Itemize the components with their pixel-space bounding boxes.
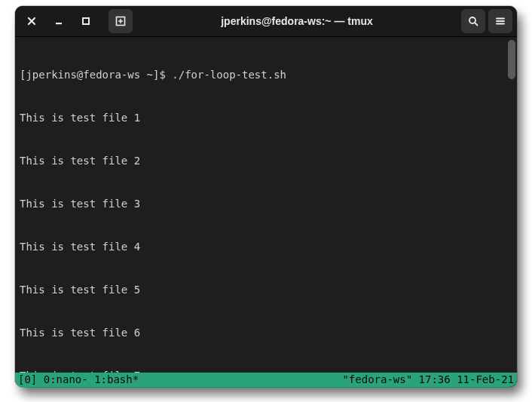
minimize-icon [54, 17, 63, 26]
maximize-icon [81, 17, 90, 26]
new-tab-button[interactable] [109, 9, 133, 33]
tmux-status-right: "fedora-ws" 17:36 11-Feb-21 [342, 373, 514, 387]
search-icon [468, 16, 478, 26]
close-icon [27, 17, 36, 26]
minimize-button[interactable] [47, 9, 71, 33]
hamburger-icon [495, 16, 506, 26]
terminal-line: This is test file 5 [20, 283, 512, 297]
menu-button[interactable] [488, 9, 512, 33]
shell-prompt: [jperkins@fedora-ws ~]$ [20, 69, 172, 81]
tmux-status-bar: [0] 0:nano- 1:bash* "fedora-ws" 17:36 11… [15, 373, 517, 387]
terminal-line: This is test file 3 [20, 197, 512, 211]
new-tab-icon [115, 16, 126, 26]
shell-command: ./for-loop-test.sh [172, 69, 286, 81]
terminal-line: [jperkins@fedora-ws ~]$ ./for-loop-test.… [20, 68, 512, 82]
terminal-line: This is test file 1 [20, 111, 512, 125]
svg-rect-0 [56, 23, 62, 24]
terminal-line: This is test file 2 [20, 154, 512, 168]
tmux-status-left: [0] 0:nano- 1:bash* [18, 373, 342, 387]
svg-rect-1 [83, 18, 89, 24]
titlebar: jperkins@fedora-ws:~ — tmux [15, 6, 517, 37]
terminal-line: This is test file 4 [20, 240, 512, 254]
window-title: jperkins@fedora-ws:~ — tmux [133, 15, 461, 27]
maximize-button[interactable] [74, 9, 98, 33]
search-button[interactable] [461, 9, 485, 33]
terminal-viewport[interactable]: [jperkins@fedora-ws ~]$ ./for-loop-test.… [15, 37, 517, 373]
terminal-line: This is test file 6 [20, 326, 512, 340]
terminal-window: jperkins@fedora-ws:~ — tmux [jperkins@fe… [15, 6, 517, 387]
scrollbar-thumb[interactable] [508, 40, 515, 79]
close-button[interactable] [20, 9, 44, 33]
terminal-line: This is test file 7 [20, 369, 512, 373]
